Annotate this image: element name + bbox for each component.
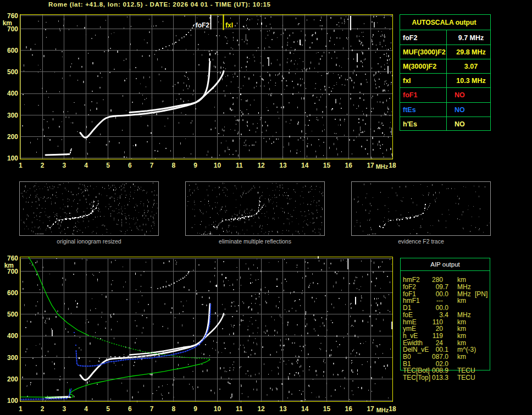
svg-text:18: 18 [389,162,396,169]
svg-text:original ionogram resized: original ionogram resized [57,238,121,245]
svg-text:100: 100 [7,397,18,405]
svg-text:100: 100 [7,154,18,162]
svg-text:15: 15 [323,405,331,413]
svg-text:18: 18 [389,405,396,413]
svg-text:13: 13 [279,162,287,169]
svg-text:fxI: fxI [403,77,411,85]
svg-text:TEC[Top]: TEC[Top] [403,374,430,381]
svg-text:10: 10 [214,405,221,413]
svg-text:13: 13 [279,405,287,413]
svg-text:1: 1 [19,162,23,169]
svg-text:MHz: MHz [376,163,389,170]
svg-text:8: 8 [172,162,176,169]
svg-text:760: 760 [7,12,18,20]
svg-text:17: 17 [367,162,374,169]
svg-text:eliminate multiple reflections: eliminate multiple reflections [219,238,291,245]
svg-text:12: 12 [257,162,265,169]
svg-text:km: km [457,353,466,361]
svg-text:foF1: foF1 [403,91,417,99]
svg-text:MUF(3000)F2: MUF(3000)F2 [403,48,446,56]
svg-text:foF2: foF2 [196,21,210,29]
svg-text:14: 14 [301,162,309,169]
svg-text:16: 16 [345,162,353,169]
svg-text:14: 14 [301,405,309,413]
svg-text:29.8 MHz: 29.8 MHz [456,48,486,56]
svg-text:[PN]: [PN] [475,290,487,298]
svg-text:17: 17 [367,405,374,413]
svg-text:013.3: 013.3 [432,374,448,381]
svg-text:Rome (lat: +41.8, lon: 012.5): Rome (lat: +41.8, lon: 012.5) - DATE: 20… [48,1,271,8]
svg-text:TECU: TECU [457,374,475,381]
svg-text:11: 11 [236,405,243,413]
svg-text:15: 15 [323,162,331,169]
svg-text:16: 16 [345,405,353,413]
svg-text:4: 4 [84,162,88,169]
svg-text:10.3 MHz: 10.3 MHz [456,77,486,85]
svg-text:6: 6 [128,405,132,413]
svg-text:h'Es: h'Es [403,120,417,128]
svg-text:12: 12 [257,405,265,413]
svg-text:200: 200 [7,375,18,383]
svg-text:foF2: foF2 [403,34,417,42]
svg-text:400: 400 [7,332,18,340]
svg-text:300: 300 [7,112,18,119]
svg-text:AUTOSCALA output: AUTOSCALA output [412,19,476,26]
svg-text:500: 500 [7,68,18,76]
svg-text:evidence F2 trace: evidence F2 trace [398,238,444,245]
svg-text:400: 400 [7,90,18,97]
svg-text:3: 3 [63,162,66,169]
svg-text:10: 10 [214,162,221,169]
svg-text:9: 9 [193,405,197,413]
svg-text:9: 9 [193,162,197,169]
svg-text:1: 1 [19,405,23,413]
svg-text:7: 7 [150,162,154,169]
svg-text:200: 200 [7,133,18,141]
svg-text:6: 6 [128,162,132,169]
svg-text:300: 300 [7,354,18,362]
svg-text:7: 7 [150,405,154,413]
svg-text:760: 760 [7,254,18,262]
svg-text:MHz: MHz [376,407,389,413]
svg-text:4: 4 [84,405,88,413]
svg-text:fxI: fxI [225,21,233,29]
svg-text:500: 500 [7,311,18,318]
svg-text:ftEs: ftEs [403,106,416,114]
svg-text:NO: NO [455,120,465,128]
svg-text:km: km [457,297,466,305]
svg-text:2: 2 [41,162,45,169]
svg-text:11: 11 [236,162,243,169]
svg-text:9.7 MHz: 9.7 MHz [458,34,484,42]
svg-text:600: 600 [7,47,18,54]
svg-text:km: km [4,262,14,269]
svg-text:3: 3 [63,405,66,413]
svg-text:5: 5 [106,162,110,169]
svg-text:M(3000)F2: M(3000)F2 [403,63,436,70]
svg-text:AIP output: AIP output [430,261,460,268]
svg-text:3.07: 3.07 [464,63,478,70]
svg-text:km: km [3,19,12,27]
svg-text:NO: NO [455,91,465,99]
svg-text:2: 2 [41,405,45,413]
svg-text:5: 5 [106,405,110,413]
svg-text:600: 600 [7,289,18,297]
svg-text:NO: NO [455,106,465,114]
svg-text:8: 8 [172,405,176,413]
